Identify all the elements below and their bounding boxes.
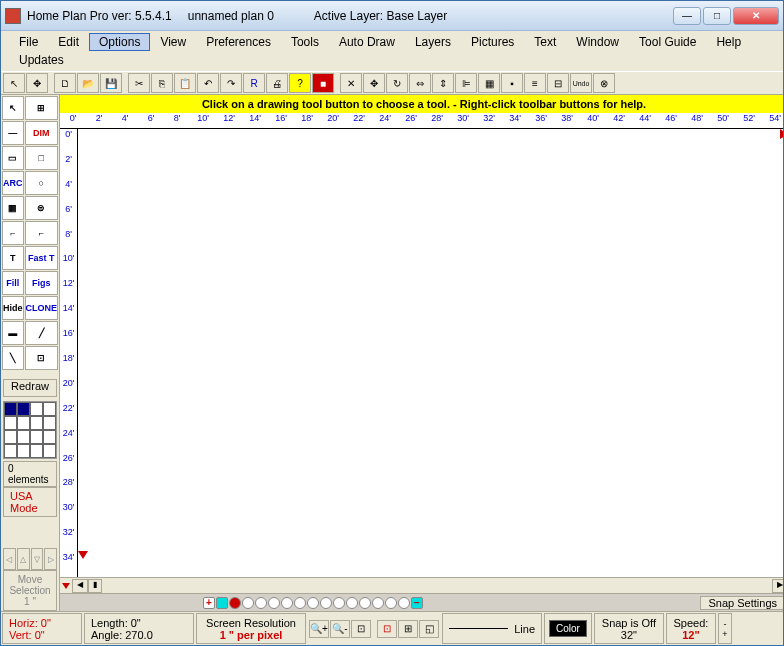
tool-button[interactable]: ▭ [2,146,24,170]
tool-button[interactable]: ⊡ [25,346,59,370]
layer-tab[interactable] [320,597,332,609]
zoom-fit-icon[interactable]: ⊡ [351,620,371,638]
tool-button[interactable]: T [2,246,24,270]
redo-icon[interactable]: ↷ [220,73,242,93]
move-icon[interactable]: ✥ [363,73,385,93]
menu-auto-draw[interactable]: Auto Draw [329,33,405,51]
layer-tab[interactable] [398,597,410,609]
stop-icon[interactable]: ■ [312,73,334,93]
paste-icon[interactable]: 📋 [174,73,196,93]
menu-tools[interactable]: Tools [281,33,329,51]
menu-pictures[interactable]: Pictures [461,33,524,51]
scroll-thumb[interactable]: ▮ [88,579,102,593]
zoom-prev-icon[interactable]: ◱ [419,620,439,638]
tool-button[interactable]: ○ [25,171,59,195]
tool-button[interactable]: — [2,121,24,145]
tool-button[interactable]: ╲ [2,346,24,370]
open-icon[interactable]: 📂 [77,73,99,93]
menu-help[interactable]: Help [706,33,751,51]
zoom-out-icon[interactable]: 🔍- [330,620,350,638]
layer-tab[interactable] [333,597,345,609]
minimize-button[interactable]: — [673,7,701,25]
scroll-right-button[interactable]: ▶ [772,579,783,593]
menu-updates[interactable]: Updates [9,51,74,69]
layer-tab[interactable] [307,597,319,609]
tool-button[interactable]: ⌐ [2,221,24,245]
layer-tab[interactable] [216,597,228,609]
menu-edit[interactable]: Edit [48,33,89,51]
menu-tool-guide[interactable]: Tool Guide [629,33,706,51]
tool-button[interactable]: ⊞ [25,96,59,120]
new-icon[interactable]: 🗋 [54,73,76,93]
tool-button[interactable]: ↖ [2,96,24,120]
cut-icon[interactable]: ✂ [128,73,150,93]
copy-icon[interactable]: ⎘ [151,73,173,93]
layer-tab[interactable] [372,597,384,609]
tool-button[interactable]: ▦ [2,196,24,220]
tool-button[interactable]: □ [25,146,59,170]
snap-settings-button[interactable]: Snap Settings [700,596,783,610]
print-icon[interactable]: 🖨 [266,73,288,93]
undo-icon[interactable]: ↶ [197,73,219,93]
layer-tab[interactable] [385,597,397,609]
tool-button[interactable]: ARC [2,171,24,195]
drawing-canvas[interactable] [78,129,783,577]
snap-status[interactable]: Snap is Off 32" [594,613,664,644]
tool-button[interactable]: CLONE [25,296,59,320]
menu-text[interactable]: Text [524,33,566,51]
tool-button[interactable]: ⌐ [25,221,59,245]
scroll-left-button[interactable]: ◀ [72,579,88,593]
menu-view[interactable]: View [150,33,196,51]
tool-button[interactable]: Figs [25,271,59,295]
horizontal-scrollbar[interactable]: ◀ ▮ ▶ [60,577,783,593]
undo2-icon[interactable]: Undo [570,73,592,93]
close-button[interactable]: ✕ [733,7,779,25]
layer-tab[interactable] [255,597,267,609]
pointer-tool-icon[interactable]: ↖ [3,73,25,93]
delete-icon[interactable]: ✕ [340,73,362,93]
tool-button[interactable]: Fast T [25,246,59,270]
layer-tab[interactable] [359,597,371,609]
redraw-button[interactable]: Redraw [3,379,57,397]
dim-icon[interactable]: ⊟ [547,73,569,93]
layer-icon[interactable]: ≡ [524,73,546,93]
tool-button[interactable]: ⊜ [25,196,59,220]
zoom-extents-icon[interactable]: ⊞ [398,620,418,638]
layer-tab[interactable] [229,597,241,609]
units-mode[interactable]: USA Mode [3,487,57,517]
menu-preferences[interactable]: Preferences [196,33,281,51]
pan-tool-icon[interactable]: ✥ [26,73,48,93]
add-tab-button[interactable]: + [203,597,215,609]
tool-button[interactable]: Fill [2,271,24,295]
tool-button[interactable]: DIM [25,121,59,145]
misc-icon[interactable]: ⊗ [593,73,615,93]
linetype-display[interactable]: Line [442,613,542,644]
zoom-in-icon[interactable]: 🔍+ [309,620,329,638]
nudge-arrows[interactable]: ◁△▽▷ [3,548,57,570]
tool-button[interactable]: ▬ [2,321,24,345]
zoom-window-icon[interactable]: ⊡ [377,620,397,638]
flip-v-icon[interactable]: ⇕ [432,73,454,93]
menu-window[interactable]: Window [566,33,629,51]
layer-tab[interactable] [281,597,293,609]
help-icon[interactable]: ? [289,73,311,93]
maximize-button[interactable]: □ [703,7,731,25]
layer-tab[interactable] [294,597,306,609]
snap-icon[interactable]: ▦ [478,73,500,93]
color-button[interactable]: Color [549,620,587,637]
remove-tab-button[interactable]: − [411,597,423,609]
save-icon[interactable]: 💾 [100,73,122,93]
menu-layers[interactable]: Layers [405,33,461,51]
tool-button[interactable]: Hide [2,296,24,320]
menu-file[interactable]: File [9,33,48,51]
speed-spinner[interactable]: -+ [718,613,732,644]
flip-h-icon[interactable]: ⇔ [409,73,431,93]
r-icon[interactable]: R [243,73,265,93]
align-icon[interactable]: ⊫ [455,73,477,93]
rotate-icon[interactable]: ↻ [386,73,408,93]
tool-button[interactable]: ╱ [25,321,59,345]
layer-tab[interactable] [242,597,254,609]
layer-tab[interactable] [268,597,280,609]
grid-icon[interactable]: ▪ [501,73,523,93]
layer-tab[interactable] [346,597,358,609]
